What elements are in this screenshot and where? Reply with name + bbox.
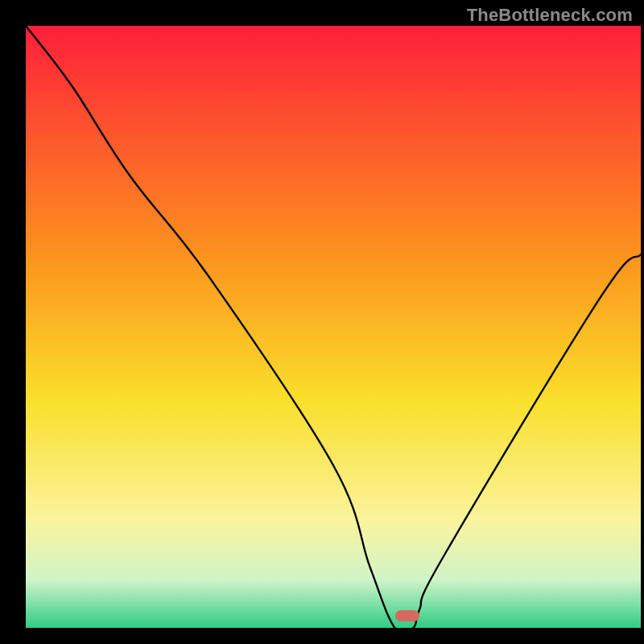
watermark-text: TheBottleneck.com (467, 5, 633, 26)
optimal-indicator (395, 610, 419, 621)
chart-stage: TheBottleneck.com (0, 0, 644, 644)
gradient-background (26, 26, 641, 628)
bottleneck-chart (0, 0, 644, 644)
